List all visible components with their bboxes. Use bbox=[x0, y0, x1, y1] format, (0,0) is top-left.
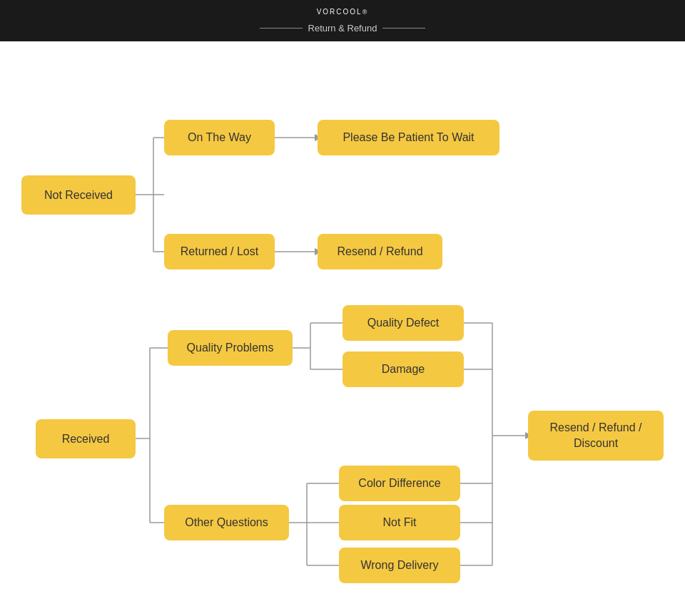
logo-trademark: ® bbox=[362, 9, 369, 16]
logo-text: VORCOOL bbox=[317, 8, 362, 16]
logo: VORCOOL® bbox=[317, 8, 369, 23]
other-questions-node: Other Questions bbox=[164, 505, 289, 540]
on-the-way-node: On The Way bbox=[164, 120, 275, 155]
header: VORCOOL® Return & Refund bbox=[0, 0, 685, 41]
color-difference-node: Color Difference bbox=[339, 466, 460, 501]
wrong-delivery-node: Wrong Delivery bbox=[339, 548, 460, 583]
header-subtitle: Return & Refund bbox=[260, 23, 426, 34]
quality-defect-node: Quality Defect bbox=[342, 305, 464, 341]
received-node: Received bbox=[36, 419, 136, 458]
resend-refund-1-node: Resend / Refund bbox=[318, 234, 442, 270]
please-be-patient-node: Please Be Patient To Wait bbox=[318, 120, 499, 155]
resend-refund-discount-node: Resend / Refund /Discount bbox=[528, 411, 664, 461]
quality-problems-node: Quality Problems bbox=[168, 330, 293, 366]
main-content: Not Received On The Way Please Be Patien… bbox=[0, 41, 685, 616]
returned-lost-node: Returned / Lost bbox=[164, 234, 275, 270]
not-received-node: Not Received bbox=[21, 175, 136, 215]
not-fit-node: Not Fit bbox=[339, 505, 460, 540]
damage-node: Damage bbox=[342, 351, 464, 387]
